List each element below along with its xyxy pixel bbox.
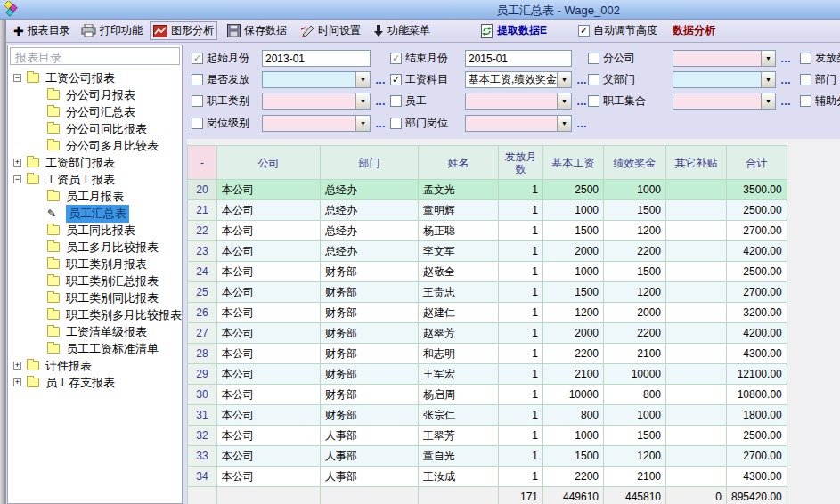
data-cell[interactable]: 张宗仁 [419,405,499,426]
collapse-icon[interactable]: − [13,175,21,183]
row-number-cell[interactable]: 25 [188,282,217,303]
filter-field[interactable]: 基本工资,绩效奖金▼ [465,71,572,88]
data-cell[interactable]: 4300.00 [727,467,787,487]
dropdown-arrow-icon[interactable]: ▼ [355,72,370,87]
data-cell[interactable]: 财务部 [321,344,419,364]
data-cell[interactable]: 总经办 [321,241,419,262]
print-button[interactable]: 打印功能 [78,21,145,40]
column-header[interactable]: 其它补贴 [666,146,727,180]
row-number-cell[interactable]: 21 [188,200,217,221]
auto-height-checkbox[interactable]: ✓ [578,25,590,37]
data-cell[interactable] [666,200,727,221]
tree-item[interactable]: 职工类别月报表 [8,256,182,272]
data-cell[interactable]: 2100 [604,467,666,487]
data-cell[interactable]: 2700.00 [727,446,787,467]
data-cell[interactable]: 1 [499,200,543,221]
table-row[interactable]: 25本公司财务部王贵忠1150012002700.00 [188,282,787,303]
data-cell[interactable]: 本公司 [217,221,321,241]
tree-item[interactable]: +员工存支报表 [8,374,182,391]
data-cell[interactable] [666,467,727,487]
data-cell[interactable]: 本公司 [217,241,321,262]
data-cell[interactable] [666,405,727,426]
table-row[interactable]: 34本公司人事部王汝成1220021004300.00 [188,467,787,487]
data-cell[interactable]: 1 [499,241,543,262]
column-header[interactable]: 姓名 [419,146,499,180]
data-cell[interactable]: 2200 [604,241,666,262]
table-row[interactable]: 21本公司总经办童明辉1100015002500.00 [188,200,787,221]
data-cell[interactable] [666,262,727,282]
data-cell[interactable]: 800 [543,405,604,426]
filter-checkbox[interactable] [588,53,599,64]
extract-data-button[interactable]: 提取数据E [477,21,550,40]
column-header[interactable]: 合计 [727,146,787,180]
summary-row[interactable]: 1714496104458100895420.00 [188,487,787,504]
data-cell[interactable]: 1500 [543,221,604,241]
filter-checkbox[interactable] [800,95,811,107]
column-header[interactable]: 部门 [321,146,419,180]
auto-height-toggle[interactable]: ✓ 自动调节高度 [575,21,660,40]
data-cell[interactable]: 2200 [543,467,604,487]
filter-field[interactable]: 2013-01 [262,50,371,67]
row-number-cell[interactable]: 22 [188,221,217,241]
row-number-cell[interactable]: 24 [188,262,217,282]
dropdown-arrow-icon[interactable]: ▼ [761,72,775,87]
filter-checkbox[interactable]: ✓ [390,53,402,64]
data-cell[interactable]: 童明辉 [419,200,499,221]
data-cell[interactable]: 445810 [604,487,666,504]
filter-checkbox[interactable] [588,95,599,107]
data-cell[interactable]: 本公司 [217,385,321,405]
data-cell[interactable]: 财务部 [321,262,419,282]
data-cell[interactable]: 3200.00 [727,303,787,323]
data-cell[interactable]: 10800.00 [727,385,787,405]
data-cell[interactable]: 1000 [543,200,604,221]
tree-item[interactable]: +计件报表 [8,357,182,374]
data-cell[interactable]: 1 [499,446,543,467]
time-settings-button[interactable]: 时间设置 [298,21,363,40]
ellipsis-button[interactable]: … [375,118,385,130]
data-cell[interactable]: 800 [604,385,666,405]
row-number-cell[interactable]: 20 [188,180,217,200]
data-cell[interactable]: 财务部 [321,282,419,303]
data-cell[interactable]: 王贵忠 [419,282,499,303]
tree-item[interactable]: +工资部门报表 [8,154,182,171]
data-cell[interactable]: 1500 [604,426,666,446]
ellipsis-button[interactable]: … [576,118,586,130]
data-cell[interactable]: 王翠芳 [419,426,499,446]
collapse-icon[interactable]: − [13,74,21,82]
dropdown-arrow-icon[interactable]: ▼ [355,93,370,109]
tree-item[interactable]: 员工月报表 [8,188,182,205]
data-cell[interactable]: 1000 [604,405,666,426]
data-cell[interactable]: 2500.00 [727,262,787,282]
data-cell[interactable]: 1000 [543,426,604,446]
data-cell[interactable]: 1 [499,221,543,241]
tree-item[interactable]: 职工类别多月比较报表 [8,306,182,323]
data-cell[interactable]: 1500 [604,262,666,282]
data-cell[interactable]: 1200 [604,446,666,467]
data-cell[interactable] [666,180,727,200]
report-catalog-button[interactable]: ✚ 报表目录 [11,21,73,40]
data-cell[interactable] [666,385,727,405]
data-cell[interactable]: 0 [666,487,727,504]
tree-item[interactable]: 工资清单级报表 [8,323,182,340]
data-cell[interactable]: 赵敬全 [419,262,499,282]
data-cell[interactable]: 杨正聪 [419,221,499,241]
data-cell[interactable] [666,221,727,241]
data-cell[interactable]: 财务部 [321,323,419,344]
column-header[interactable]: 绩效奖金 [604,146,666,180]
ellipsis-button[interactable]: … [375,95,385,108]
filter-field[interactable]: ▼ [262,115,371,132]
table-row[interactable]: 20本公司总经办孟文光1250010003500.00 [188,180,787,200]
data-cell[interactable]: 财务部 [321,405,419,426]
data-cell[interactable]: 本公司 [217,467,321,487]
data-cell[interactable]: 童自光 [419,446,499,467]
row-number-cell[interactable]: 23 [188,241,217,262]
column-header[interactable]: - [188,146,217,180]
dropdown-arrow-icon[interactable]: ▼ [557,72,571,87]
table-row[interactable]: 31本公司财务部张宗仁180010001800.00 [188,405,787,426]
dropdown-arrow-icon[interactable]: ▼ [557,116,571,131]
ellipsis-button[interactable]: … [576,95,586,108]
data-cell[interactable]: 1 [499,323,543,344]
data-cell[interactable]: 1800.00 [727,405,787,426]
save-data-button[interactable]: 保存数据 [224,21,290,40]
tree-item[interactable]: −工资员工报表 [8,171,182,188]
